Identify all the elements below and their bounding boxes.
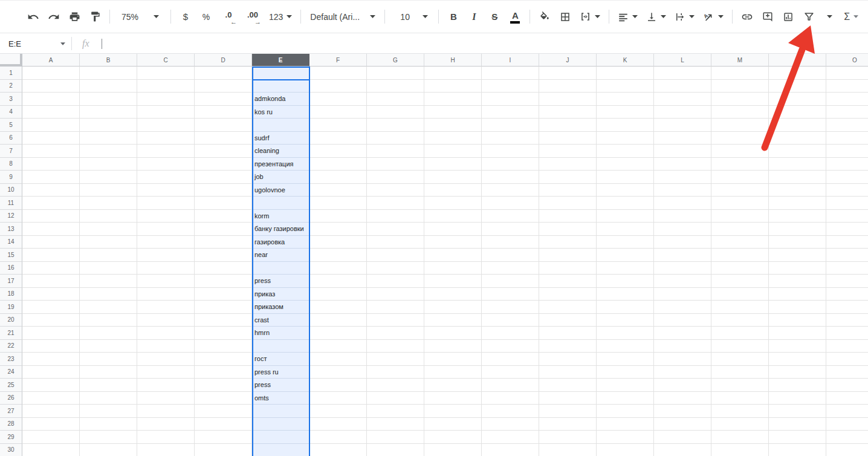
cell-M8[interactable] [711,158,769,171]
cell-D20[interactable] [195,314,252,327]
cell-B30[interactable] [80,444,137,456]
insert-comment-button[interactable] [760,9,775,25]
cell-L26[interactable] [654,392,711,405]
row-header-16[interactable]: 16 [0,262,22,275]
cell-K16[interactable] [597,262,654,275]
cell-K18[interactable] [597,288,654,301]
cell-N10[interactable] [769,184,826,197]
cell-M29[interactable] [711,431,769,444]
cell-L20[interactable] [654,314,711,327]
cell-K25[interactable] [597,379,654,392]
cell-O30[interactable] [826,444,868,456]
insert-link-button[interactable] [740,9,754,25]
cell-A16[interactable] [22,262,80,275]
row-header-20[interactable]: 20 [0,314,22,327]
cell-L3[interactable] [654,93,711,106]
text-wrap-button[interactable] [673,9,696,25]
cell-J1[interactable] [539,67,597,80]
cell-D1[interactable] [195,67,252,80]
cell-O7[interactable] [826,145,868,158]
cell-B10[interactable] [80,184,137,197]
cell-N9[interactable] [769,171,826,184]
cell-M21[interactable] [711,327,769,340]
cell-I13[interactable] [482,223,539,236]
cell-H29[interactable] [424,431,482,444]
cell-H28[interactable] [424,418,482,431]
cell-N20[interactable] [769,314,826,327]
cell-K8[interactable] [597,158,654,171]
fill-color-button[interactable] [537,9,552,25]
cell-I3[interactable] [482,93,539,106]
cell-E18[interactable]: приказ [252,288,309,301]
cell-K27[interactable] [597,405,654,418]
cell-C16[interactable] [137,262,195,275]
cell-N5[interactable] [769,119,826,132]
cell-K5[interactable] [597,119,654,132]
cell-O26[interactable] [826,392,868,405]
cell-L22[interactable] [654,340,711,353]
cell-E3[interactable]: admkonda [252,93,309,106]
cell-K3[interactable] [597,93,654,106]
column-header-N[interactable]: N [769,54,826,67]
cell-G15[interactable] [367,249,424,262]
row-header-10[interactable]: 10 [0,184,22,197]
cell-E25[interactable]: press [252,379,309,392]
cell-J25[interactable] [539,379,597,392]
print-button[interactable] [67,9,82,25]
cell-K26[interactable] [597,392,654,405]
cell-I28[interactable] [482,418,539,431]
cell-G24[interactable] [367,366,424,379]
functions-button[interactable]: Σ [843,9,860,25]
cell-K19[interactable] [597,301,654,314]
cell-C9[interactable] [137,171,195,184]
cell-I1[interactable] [482,67,539,80]
cell-H26[interactable] [424,392,482,405]
cell-H8[interactable] [424,158,482,171]
cell-D29[interactable] [195,431,252,444]
cell-E22[interactable] [252,340,309,353]
cell-J4[interactable] [539,106,597,119]
cell-H18[interactable] [424,288,482,301]
cell-L23[interactable] [654,353,711,366]
cell-J29[interactable] [539,431,597,444]
cell-D9[interactable] [195,171,252,184]
cell-O9[interactable] [826,171,868,184]
cell-O16[interactable] [826,262,868,275]
cell-C24[interactable] [137,366,195,379]
cell-D15[interactable] [195,249,252,262]
cell-K30[interactable] [597,444,654,456]
cell-E12[interactable]: korm [252,210,309,223]
cell-G10[interactable] [367,184,424,197]
cell-N1[interactable] [769,67,826,80]
cell-N12[interactable] [769,210,826,223]
cell-B1[interactable] [80,67,137,80]
row-header-5[interactable]: 5 [0,119,22,132]
cell-I16[interactable] [482,262,539,275]
cell-C21[interactable] [137,327,195,340]
cell-C6[interactable] [137,132,195,145]
format-currency-button[interactable]: $ [178,9,193,25]
text-color-button[interactable]: A [508,9,522,25]
cell-B13[interactable] [80,223,137,236]
cell-A26[interactable] [22,392,80,405]
row-header-11[interactable]: 11 [0,197,22,210]
cell-C18[interactable] [137,288,195,301]
cell-B24[interactable] [80,366,137,379]
paint-format-button[interactable] [88,9,102,25]
cell-O20[interactable] [826,314,868,327]
row-header-12[interactable]: 12 [0,210,22,223]
cell-F19[interactable] [309,301,367,314]
cell-E20[interactable]: crast [252,314,309,327]
cell-L25[interactable] [654,379,711,392]
cell-J17[interactable] [539,275,597,288]
cell-A5[interactable] [22,119,80,132]
select-all-corner[interactable] [0,54,22,67]
cell-C1[interactable] [137,67,195,80]
cell-M30[interactable] [711,444,769,456]
cell-I6[interactable] [482,132,539,145]
row-header-17[interactable]: 17 [0,275,22,288]
cell-J16[interactable] [539,262,597,275]
cell-L30[interactable] [654,444,711,456]
cell-C29[interactable] [137,431,195,444]
cell-E19[interactable]: приказом [252,301,309,314]
